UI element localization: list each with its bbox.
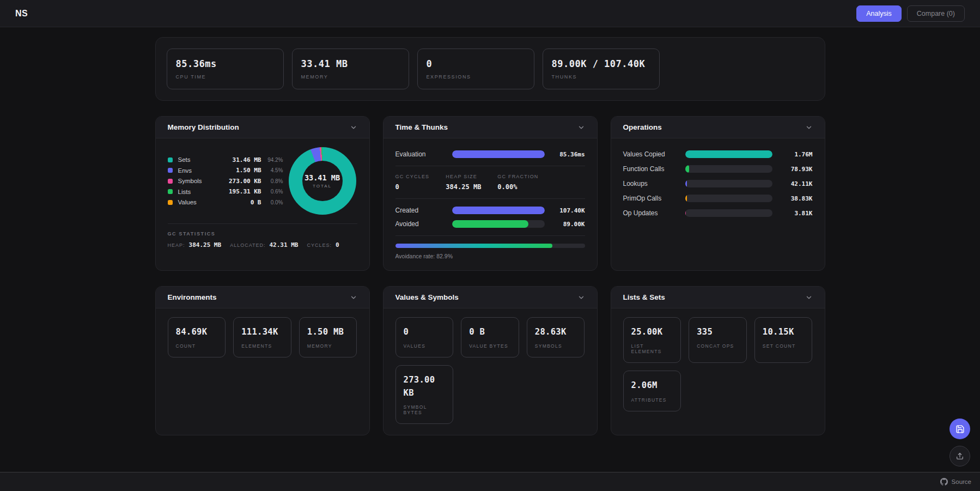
symbol-bytes-card: 273.00 KB SYMBOL BYTES: [395, 365, 454, 424]
github-icon: [940, 478, 948, 486]
op-updates-label: Op Updates: [623, 209, 679, 217]
values-copied-fill: [685, 150, 772, 158]
list-elements-card: 25.00K LIST ELEMENTS: [623, 317, 681, 363]
gc-allocated-key: ALLOCATED:: [230, 243, 265, 248]
legend-percent: 0.8%: [261, 178, 283, 184]
stat-card-cpu-time: 85.36ms CPU TIME: [167, 49, 284, 89]
save-icon: [955, 425, 965, 434]
app-logo: NS: [15, 9, 28, 19]
avoided-value: 89.00K: [551, 221, 585, 228]
values-copied-row: Values Copied 1.76M: [623, 150, 813, 158]
gc-statistics-title: GC STATISTICS: [168, 231, 357, 237]
gc-allocated-stat: ALLOCATED: 42.31 MB: [230, 241, 298, 248]
legend-percent: 94.2%: [261, 157, 283, 163]
values-symbols-header[interactable]: Values & Symbols: [384, 287, 597, 308]
source-link[interactable]: Source: [940, 478, 971, 486]
gc-cycles-col: GC CYCLES 0: [395, 174, 430, 191]
chevron-down-icon[interactable]: [577, 294, 585, 301]
chevron-down-icon[interactable]: [577, 124, 585, 131]
gc-fraction-label: GC FRACTION: [497, 174, 538, 179]
gc-cycles-value: 0: [395, 183, 430, 191]
chevron-down-icon[interactable]: [805, 124, 813, 131]
primop-calls-track: [685, 195, 772, 202]
panel-title: Lists & Sets: [623, 293, 665, 301]
evaluation-label: Evaluation: [395, 150, 446, 158]
operations-body: Values Copied 1.76M Function Calls 78.93…: [611, 138, 825, 270]
attributes-value: 2.06M: [631, 379, 673, 392]
environments-panel: Environments 84.69K COUNT 111.34K ELEMEN…: [155, 286, 370, 435]
sets-swatch: [168, 157, 173, 162]
environments-header[interactable]: Environments: [156, 287, 369, 308]
memory-distribution-panel: Memory Distribution Sets 31.46 MB 94.2%: [155, 116, 370, 271]
memory-distribution-header[interactable]: Memory Distribution: [156, 117, 369, 138]
lists-sets-header[interactable]: Lists & Sets: [611, 287, 825, 308]
concat-ops-value: 335: [697, 326, 739, 338]
env-count-value: 84.69K: [176, 326, 218, 338]
gc-heap-key: HEAP:: [168, 243, 185, 248]
panel-title: Memory Distribution: [168, 123, 239, 131]
legend-label: Lists: [178, 189, 229, 195]
env-memory-card: 1.50 MB MEMORY: [299, 317, 357, 357]
function-calls-label: Function Calls: [623, 165, 679, 173]
evaluation-bar-track: [452, 150, 545, 158]
memory-label: MEMORY: [301, 74, 400, 80]
panels-row-2: Environments 84.69K COUNT 111.34K ELEMEN…: [155, 286, 825, 435]
expressions-value: 0: [427, 58, 525, 69]
legend-value: 195.31 KB: [229, 188, 261, 195]
source-label: Source: [952, 478, 971, 485]
chevron-down-icon[interactable]: [805, 294, 813, 301]
avoided-bar-fill: [452, 220, 529, 228]
share-button[interactable]: [949, 446, 970, 466]
chevron-down-icon[interactable]: [350, 124, 357, 131]
lookups-value: 42.11K: [779, 180, 813, 187]
gc-fraction-col: GC FRACTION 0.00%: [497, 174, 538, 191]
symbol-bytes-label: SYMBOL BYTES: [404, 404, 446, 415]
memory-distribution-body: Sets 31.46 MB 94.2% Envs 1.50 MB 4.5%: [156, 138, 369, 270]
list-elements-label: LIST ELEMENTS: [631, 343, 673, 354]
function-calls-track: [685, 165, 772, 173]
save-button[interactable]: [949, 419, 970, 439]
avoidance-rate-track: [395, 244, 585, 248]
attributes-card: 2.06M ATTRIBUTES: [623, 371, 681, 411]
env-count-card: 84.69K COUNT: [168, 317, 226, 357]
compare-tab-button[interactable]: Compare (0): [907, 5, 965, 22]
legend-row-symbols: Symbols 273.00 KB 0.8%: [168, 175, 283, 186]
legend-value: 273.00 KB: [229, 178, 261, 185]
values-card: 0 VALUES: [395, 317, 454, 357]
gc-cycles-label: GC CYCLES: [395, 174, 430, 179]
lists-swatch: [168, 189, 173, 194]
chevron-down-icon[interactable]: [350, 294, 357, 301]
operations-header[interactable]: Operations: [611, 117, 825, 138]
operations-panel: Operations Values Copied 1.76M Function …: [611, 116, 825, 271]
value-bytes-card: 0 B VALUE BYTES: [461, 317, 519, 357]
legend-percent: 4.5%: [261, 167, 283, 173]
avoidance-rate-text: Avoidance rate: 82.9%: [395, 253, 585, 259]
attributes-label: ATTRIBUTES: [631, 397, 673, 403]
analysis-tab-button[interactable]: Analysis: [856, 5, 902, 22]
legend-percent: 0.6%: [261, 189, 283, 195]
legend-percent: 0.0%: [261, 199, 283, 205]
evaluation-bar-fill: [452, 150, 545, 158]
env-memory-label: MEMORY: [307, 343, 349, 349]
share-upload-icon: [955, 452, 964, 460]
stat-card-expressions: 0 EXPRESSIONS: [417, 49, 534, 89]
time-thunks-header[interactable]: Time & Thunks: [384, 117, 597, 138]
legend-label: Values: [178, 199, 251, 205]
op-updates-track: [685, 209, 772, 217]
cpu-time-label: CPU TIME: [176, 74, 275, 80]
op-updates-value: 3.81K: [779, 210, 813, 217]
values-swatch: [168, 200, 173, 205]
cpu-time-value: 85.36ms: [176, 58, 275, 69]
panel-title: Time & Thunks: [395, 123, 448, 131]
legend-value: 0 B: [251, 199, 261, 206]
gc-fraction-value: 0.00%: [497, 183, 538, 191]
created-label: Created: [395, 207, 446, 214]
expressions-label: EXPRESSIONS: [427, 74, 525, 80]
function-calls-fill: [685, 165, 689, 173]
created-value: 107.40K: [551, 207, 585, 214]
created-bar-row: Created 107.40K: [395, 207, 585, 214]
created-bar-fill: [452, 207, 545, 214]
legend-value: 1.50 MB: [236, 167, 261, 174]
gc-heap-stat: HEAP: 384.25 MB: [168, 241, 222, 248]
env-elements-value: 111.34K: [241, 326, 283, 338]
